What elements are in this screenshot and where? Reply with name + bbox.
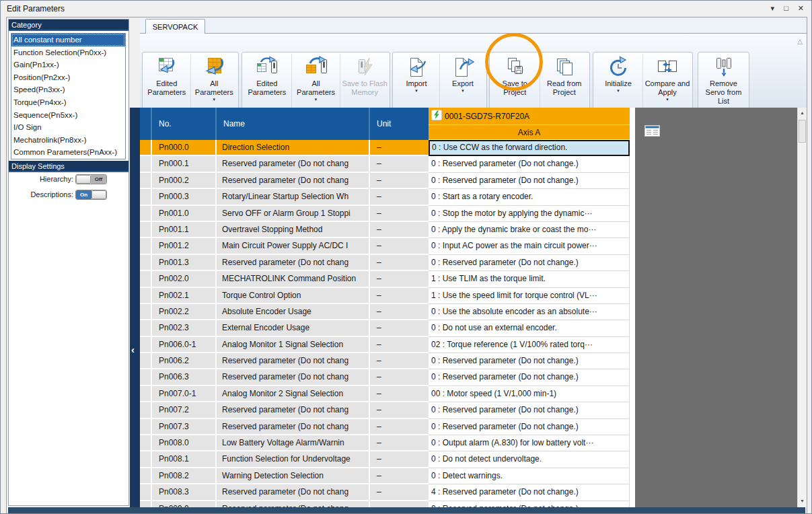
param-unit-cell[interactable]: – [370, 222, 429, 238]
row-gutter-cell[interactable] [140, 173, 152, 189]
row-gutter-cell[interactable] [140, 386, 152, 402]
param-unit-cell[interactable]: – [370, 501, 429, 507]
param-name-cell[interactable]: Servo OFF or Alarm Group 1 Stoppi [217, 206, 370, 222]
table-row[interactable]: Pn000.0Direction Selection–0 : Use CCW a… [140, 140, 635, 156]
table-row[interactable]: Pn000.2Reserved parameter (Do not chang–… [140, 173, 635, 189]
ribbon-button-all-parameters[interactable]: All Parameters▼ [292, 54, 341, 108]
param-name-cell[interactable]: Reserved parameter (Do not chang [217, 156, 370, 172]
param-no-cell[interactable]: Pn006.3 [152, 369, 217, 386]
param-unit-cell[interactable]: – [370, 353, 429, 369]
chevron-down-icon[interactable]: ▼ [665, 98, 669, 102]
row-gutter-cell[interactable] [140, 369, 152, 386]
sidebar-item-i-o-sign[interactable]: I/O Sign [11, 121, 125, 134]
param-unit-cell[interactable]: – [370, 320, 429, 336]
param-no-cell[interactable]: Pn006.0-1 [152, 337, 217, 353]
row-gutter-cell[interactable] [140, 304, 152, 320]
param-unit-cell[interactable]: – [370, 189, 429, 205]
param-value-cell[interactable]: 0 : Detect warnings. [429, 468, 630, 484]
param-name-cell[interactable]: Analog Monitor 1 Signal Selection [217, 337, 370, 353]
param-name-cell[interactable]: Reserved parameter (Do not chang [217, 501, 370, 507]
param-name-cell[interactable]: External Encoder Usage [217, 320, 370, 336]
param-unit-cell[interactable]: – [370, 238, 429, 254]
param-no-cell[interactable]: Pn007.0-1 [152, 386, 217, 402]
param-value-cell[interactable]: 0 : Start as a rotary encoder. [429, 189, 630, 205]
param-name-cell[interactable]: Reserved parameter (Do not chang [217, 484, 370, 501]
param-no-cell[interactable]: Pn000.0 [152, 140, 217, 156]
table-row[interactable]: Pn000.1Reserved parameter (Do not chang–… [140, 156, 635, 172]
sidebar-item-speed-pn3xx[interactable]: Speed(Pn3xx-) [11, 83, 125, 96]
ribbon-button-compare-and-apply[interactable]: Compare and Apply▼ [643, 54, 692, 108]
param-value-cell[interactable]: 0 : Use the absolute encoder as an absol… [429, 304, 630, 320]
sidebar-item-common-parameters-pnaxx[interactable]: Common Parameters(PnAxx-) [11, 146, 125, 159]
ribbon-button-all-parameters[interactable]: All Parameters▼ [191, 54, 238, 108]
table-row[interactable]: Pn006.3Reserved parameter (Do not chang–… [140, 369, 635, 386]
param-no-cell[interactable]: Pn002.0 [152, 271, 217, 287]
param-no-cell[interactable]: Pn000.1 [152, 156, 217, 172]
sidebar-item-all-constant-number[interactable]: All constant number [11, 34, 125, 46]
table-row[interactable]: Pn002.2Absolute Encoder Usage–0 : Use th… [140, 304, 635, 320]
param-name-cell[interactable]: Torque Control Option [217, 288, 370, 304]
sidebar-item-position-pn2xx[interactable]: Position(Pn2xx-) [11, 71, 125, 84]
row-gutter-cell[interactable] [140, 140, 152, 156]
param-no-cell[interactable]: Pn008.0 [152, 435, 217, 451]
param-no-cell[interactable]: Pn001.2 [152, 238, 217, 254]
close-icon[interactable]: ✕ [798, 3, 804, 13]
param-value-cell[interactable]: 0 : Apply the dynamic brake or coast the… [429, 222, 630, 238]
param-name-cell[interactable]: MECHATROLINK Command Position [217, 271, 370, 287]
param-unit-cell[interactable]: – [370, 271, 429, 287]
param-name-cell[interactable]: Analog Monitor 2 Signal Selection [217, 386, 370, 402]
row-gutter-cell[interactable] [140, 468, 152, 484]
row-gutter-cell[interactable] [140, 206, 152, 222]
table-row[interactable]: Pn001.3Reserved parameter (Do not chang–… [140, 255, 635, 271]
chevron-down-icon[interactable]: ▼ [616, 89, 620, 93]
param-no-cell[interactable]: Pn008.2 [152, 468, 217, 484]
vertical-scrollbar[interactable]: ▲ ▼ [797, 108, 807, 507]
param-value-cell[interactable]: 0 : Do not detect undervoltage. [429, 451, 630, 468]
table-row[interactable]: Pn001.1Overtravel Stopping Method–0 : Ap… [140, 222, 635, 238]
scrollbar-thumb[interactable] [799, 120, 806, 143]
param-unit-cell[interactable]: – [370, 156, 429, 172]
param-value-cell[interactable]: 1 : Use TLIM as the torque limit. [429, 271, 630, 287]
ribbon-button-export[interactable]: Export▼ [440, 54, 486, 108]
row-gutter-cell[interactable] [140, 501, 152, 507]
sidebar-item-sequence-pn5xx[interactable]: Sequence(Pn5xx-) [11, 109, 125, 122]
scroll-down-icon[interactable]: ▼ [798, 499, 807, 503]
param-unit-cell[interactable]: – [370, 451, 429, 468]
table-row[interactable]: Pn008.1Function Selection for Undervolta… [140, 451, 635, 468]
param-unit-cell[interactable]: – [370, 206, 429, 222]
param-no-cell[interactable]: Pn000.3 [152, 189, 217, 205]
table-row[interactable]: Pn008.0Low Battery Voltage Alarm/Warnin–… [140, 435, 635, 451]
row-gutter-cell[interactable] [140, 288, 152, 304]
row-gutter-cell[interactable] [140, 222, 152, 238]
param-unit-cell[interactable]: – [370, 304, 429, 320]
row-gutter-cell[interactable] [140, 320, 152, 336]
sidebar-item-torque-pn4xx[interactable]: Torque(Pn4xx-) [11, 96, 125, 109]
param-value-cell[interactable]: 0 : Input AC power as the main circuit p… [429, 238, 630, 254]
param-no-cell[interactable]: Pn008.1 [152, 451, 217, 468]
sidebar-item-function-selection-pn0xx[interactable]: Function Selection(Pn0xx-) [11, 46, 125, 59]
row-gutter-cell[interactable] [140, 156, 152, 172]
param-value-cell[interactable]: 0 : Reserved parameter (Do not change.) [429, 353, 630, 369]
table-row[interactable]: Pn002.0MECHATROLINK Command Position–1 :… [140, 271, 635, 287]
table-row[interactable]: Pn007.2Reserved parameter (Do not chang–… [140, 402, 635, 418]
param-value-cell[interactable]: 0 : Do not use an external encoder. [429, 320, 630, 336]
ribbon-button-initialize[interactable]: Initialize▼ [594, 54, 643, 108]
param-name-cell[interactable]: Absolute Encoder Usage [217, 304, 370, 320]
ribbon-button-save-to-project[interactable]: Save to Project [490, 54, 540, 108]
param-value-cell[interactable]: 1 : Use the speed limit for torque contr… [429, 288, 630, 304]
param-no-cell[interactable]: Pn006.2 [152, 353, 217, 369]
row-gutter-cell[interactable] [140, 419, 152, 435]
ribbon-button-import[interactable]: Import▼ [394, 54, 440, 108]
table-row[interactable]: Pn007.0-1Analog Monitor 2 Signal Selecti… [140, 386, 635, 402]
table-row[interactable]: Pn002.3External Encoder Usage–0 : Do not… [140, 320, 635, 336]
param-unit-cell[interactable]: – [370, 435, 429, 451]
ribbon-button-remove-servo-from-list[interactable]: Remove Servo from List [699, 54, 748, 108]
param-unit-cell[interactable]: – [370, 140, 429, 156]
collapse-panel-icon[interactable]: ‹ [131, 344, 135, 355]
table-row[interactable]: Pn007.3Reserved parameter (Do not chang–… [140, 419, 635, 435]
table-row[interactable]: Pn008.2Warning Detection Selection–0 : D… [140, 468, 635, 484]
chevron-down-icon[interactable]: ▼ [212, 98, 216, 102]
param-name-cell[interactable]: Reserved parameter (Do not chang [217, 353, 370, 369]
param-no-cell[interactable]: Pn000.2 [152, 173, 217, 189]
sidebar-item-mechatrolink-pn8xx[interactable]: Mechatrolink(Pn8xx-) [11, 134, 125, 147]
